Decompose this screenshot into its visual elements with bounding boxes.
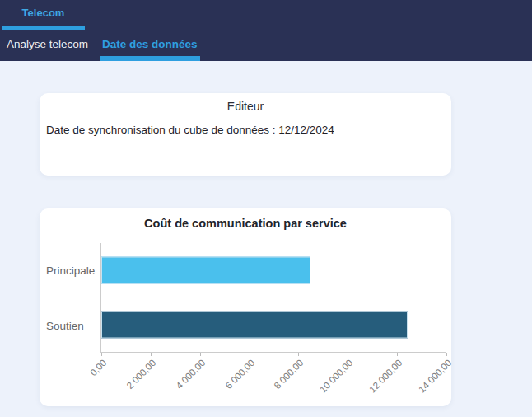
x-axis-tick [151,353,152,356]
x-axis-tick [397,353,398,356]
tab-telecom-label: Telecom [22,7,65,19]
bar-chart-plot-area: 0,002 000,004 000,006 000,008 000,0010 0… [100,243,446,353]
editor-card-title: Editeur [46,100,445,114]
chart-category-axis: PrincipaleSoutien [40,243,100,353]
sync-date-text: Date de synchronisation du cube de donné… [46,124,445,136]
x-axis-tick-label: 4 000,00 [174,358,207,391]
x-axis-tick [200,353,201,356]
chart-card: Coût de communication par service Princi… [40,208,451,406]
x-axis-tick [298,353,299,356]
x-axis-tick [348,353,348,356]
main-content: Editeur Date de synchronisation du cube … [0,93,532,406]
header-top-row: Telecom [0,0,532,30]
bar-principale[interactable] [101,257,310,284]
page: Telecom Analyse telecom Date des données… [0,0,532,417]
editor-card: Editeur Date de synchronisation du cube … [40,93,451,176]
tab-analyse-telecom-label: Analyse telecom [7,38,88,50]
tab-analyse-telecom[interactable]: Analyse telecom [0,30,95,61]
category-label: Principale [46,265,95,277]
x-axis-tick-label: 0,00 [88,358,108,377]
x-axis-tick-label: 2 000,00 [124,358,157,391]
x-axis-tick-label: 14 000,00 [417,358,454,395]
chart-title: Coût de communication par service [40,208,451,230]
x-axis-tick-label: 10 000,00 [318,358,355,395]
tab-date-des-donnees-label: Date des données [102,38,198,50]
header-sub-tabs-row: Analyse telecom Date des données [0,30,532,61]
x-axis-tick [446,353,447,356]
x-axis-tick-label: 12 000,00 [367,358,404,395]
x-axis-tick [250,353,250,356]
bar-soutien[interactable] [101,312,408,339]
category-label: Soutien [46,319,84,331]
app-header: Telecom Analyse telecom Date des données [0,0,532,61]
x-axis-tick-label: 8 000,00 [273,358,306,391]
x-axis-tick-label: 6 000,00 [223,358,256,391]
tab-telecom[interactable]: Telecom [2,0,85,30]
x-axis-tick [101,353,102,356]
tab-date-des-donnees[interactable]: Date des données [100,30,200,61]
